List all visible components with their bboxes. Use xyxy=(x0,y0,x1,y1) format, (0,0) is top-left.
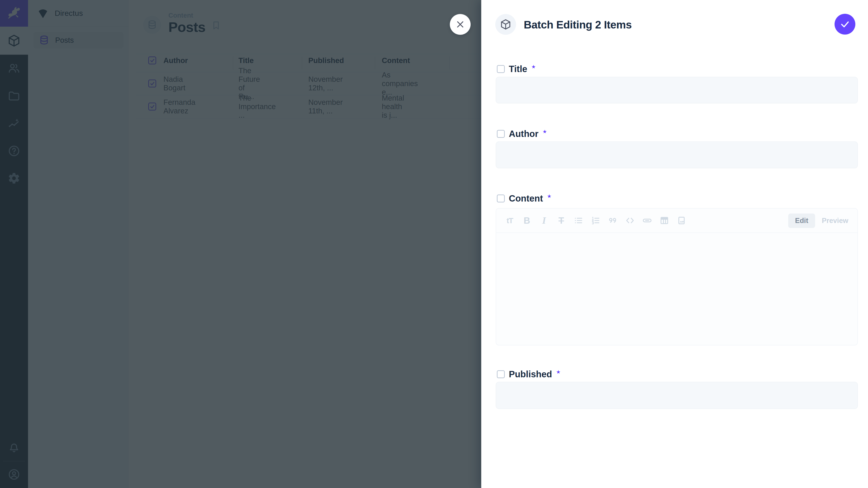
editor-mode-tabs: Edit Preview xyxy=(788,214,851,228)
batch-field-checkbox[interactable] xyxy=(497,130,505,138)
author-input[interactable] xyxy=(496,141,858,168)
batch-edit-drawer: Batch Editing 2 Items Title ★ Author ★ C… xyxy=(481,0,868,488)
field-label-published: Published ★ xyxy=(497,369,561,379)
batch-field-checkbox[interactable] xyxy=(497,195,505,202)
image-icon[interactable] xyxy=(673,212,690,229)
required-icon: ★ xyxy=(547,193,552,199)
markdown-toolbar: tT B I T xyxy=(496,208,857,233)
code-icon[interactable] xyxy=(621,212,639,229)
published-input[interactable] xyxy=(496,382,858,409)
bold-icon[interactable]: B xyxy=(518,212,535,229)
box-icon xyxy=(500,19,512,30)
table-icon[interactable] xyxy=(656,212,673,229)
content-markdown-editor[interactable]: tT B I T xyxy=(496,208,858,346)
tab-edit[interactable]: Edit xyxy=(788,214,815,228)
tab-preview[interactable]: Preview xyxy=(822,217,851,225)
field-label-author: Author ★ xyxy=(497,129,547,138)
required-icon: ★ xyxy=(531,64,536,70)
close-drawer-button[interactable] xyxy=(450,14,471,35)
title-input[interactable] xyxy=(496,77,858,103)
close-icon xyxy=(456,20,465,29)
directus-app: Directus Posts Content xyxy=(0,0,868,488)
field-label-title: Title ★ xyxy=(497,64,536,73)
bullet-list-icon[interactable] xyxy=(570,212,587,229)
numbered-list-icon[interactable] xyxy=(587,212,604,229)
heading-icon[interactable]: tT xyxy=(501,212,518,229)
link-icon[interactable] xyxy=(639,212,656,229)
italic-icon[interactable]: I xyxy=(535,212,553,229)
batch-field-checkbox[interactable] xyxy=(497,65,505,73)
save-button[interactable] xyxy=(835,14,855,35)
required-icon: ★ xyxy=(542,129,547,135)
drawer-title-icon xyxy=(495,14,516,35)
drawer-title: Batch Editing 2 Items xyxy=(524,19,632,31)
strikethrough-icon[interactable]: T xyxy=(553,212,570,229)
modal-overlay[interactable] xyxy=(0,0,481,488)
quote-icon[interactable] xyxy=(604,212,621,229)
required-icon: ★ xyxy=(556,369,561,375)
check-icon xyxy=(840,19,850,29)
batch-field-checkbox[interactable] xyxy=(497,370,505,378)
field-label-content: Content ★ xyxy=(497,194,552,203)
